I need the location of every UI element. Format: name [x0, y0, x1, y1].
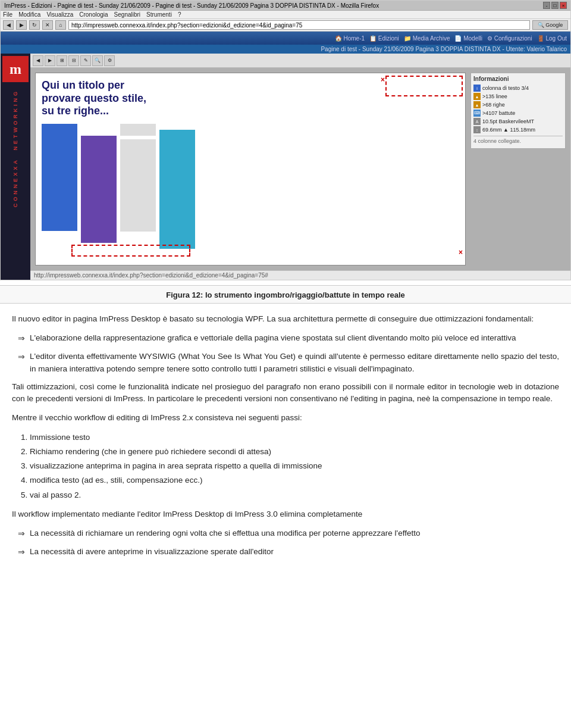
column-2	[81, 136, 117, 243]
bullet-item-2: ⇒ L'editor diventa effettivamente WYSIWI…	[12, 351, 559, 375]
columns-container	[42, 124, 459, 249]
article-para3-text: Il workflow implementato mediante l'edit…	[12, 510, 362, 518]
workflow-list: Immissione testo Richiamo rendering (che…	[30, 432, 559, 501]
info-font-text: 10.5pt BaskervileeMT	[482, 118, 534, 124]
column-3-group	[120, 124, 156, 249]
list-item-5: vai al passo 2.	[30, 489, 559, 501]
bullet-item-3: ⇒ La necessità di richiamare un renderin…	[12, 527, 559, 540]
search-button[interactable]: 🔍 Google	[532, 20, 568, 30]
logo-letter: m	[10, 61, 21, 77]
url-bar[interactable]	[68, 20, 530, 30]
home-button[interactable]: ⌂	[55, 20, 66, 30]
close-button[interactable]: ×	[560, 2, 567, 9]
list-item-1: Immissione testo	[30, 432, 559, 443]
arrow-4: ⇒	[18, 546, 25, 558]
bullet-item-1: ⇒ L'elaborazione della rappresentazione …	[12, 332, 559, 345]
article-body: Il nuovo editor in pagina ImPress Deskto…	[0, 304, 571, 576]
stop-button[interactable]: ✕	[42, 20, 53, 30]
bullet-4-text: La necessità di avere anteprime in visua…	[30, 546, 559, 558]
toolbar-btn-3[interactable]: ⊞	[57, 55, 67, 66]
content-area: Qui un titolo per provare questo stile, …	[30, 68, 570, 270]
bullet-3-text: La necessità di richiamare un rendering …	[30, 527, 559, 539]
selection-box-top	[385, 76, 463, 96]
menu-strumenti[interactable]: Strumenti	[146, 11, 172, 18]
status-bar: http://impressweb.connexxa.it/index.php?…	[30, 270, 570, 280]
toolbar-btn-2[interactable]: ▶	[45, 55, 55, 66]
logo-box: m	[2, 56, 29, 82]
browser-controls[interactable]: - □ ×	[543, 2, 567, 9]
info-row-righe: ▲ >68 righe	[473, 101, 563, 108]
back-button[interactable]: ◀	[3, 20, 14, 30]
marker-1: ×	[381, 76, 385, 84]
reload-button[interactable]: ↻	[29, 20, 40, 30]
toolbar-btn-7[interactable]: ⚙	[104, 55, 115, 66]
maximize-button[interactable]: □	[551, 2, 559, 9]
site-link-media[interactable]: 📁 Media Archive	[404, 35, 450, 42]
info-col-text: colonna di testo 3/4	[482, 85, 529, 91]
preview-title: Qui un titolo per provare questo stile, …	[42, 79, 161, 118]
site-link-logout[interactable]: 🚪 Log Out	[537, 35, 567, 42]
info-icon-linee: ▲	[473, 93, 481, 100]
browser-window: ImPress - Edizioni - Pagine di test - Su…	[0, 0, 571, 280]
menu-modifica[interactable]: Modifica	[18, 11, 40, 18]
site-header: 🏠 Home-1 📋 Edizioni 📁 Media Archive 📄 Mo…	[1, 32, 570, 45]
menu-file[interactable]: File	[3, 11, 12, 18]
article-para2: Mentre il vecchio workflow di editing di…	[12, 412, 559, 424]
browser-menubar: File Modifica Visualizza Cronologia Segn…	[1, 11, 570, 19]
bullet-item-4: ⇒ La necessità di avere anteprime in vis…	[12, 546, 559, 558]
menu-help[interactable]: ?	[178, 11, 181, 18]
column-1	[42, 124, 77, 231]
info-row-linee: ▲ >135 linee	[473, 93, 563, 100]
toolbar-btn-6[interactable]: 🔍	[92, 55, 103, 66]
info-icon-size: ↕	[473, 126, 481, 133]
toolbar-btn-1[interactable]: ◀	[33, 55, 43, 66]
col-gray	[120, 139, 156, 232]
status-url: http://impressweb.connexxa.it/index.php?…	[34, 272, 268, 279]
page-banner: Pagine di test - Sunday 21/06/2009 Pagin…	[1, 45, 570, 54]
browser-title-text: ImPress - Edizioni - Pagine di test - Su…	[4, 2, 379, 9]
info-row-size: ↕ 69.6mm ▲ 115.18mm	[473, 126, 563, 133]
menu-visualizza[interactable]: Visualizza	[46, 11, 73, 18]
info-row-battute: ⌨ >4107 battute	[473, 110, 563, 117]
info-icon-col: i	[473, 85, 481, 92]
article-para3: Il workflow implementato mediante l'edit…	[12, 508, 559, 520]
browser-title-bar: ImPress - Edizioni - Pagine di test - Su…	[1, 1, 570, 11]
figure-caption-text: Figura 12: lo strumento ingombro/rigaggi…	[166, 290, 405, 299]
site-link-home[interactable]: 🏠 Home-1	[335, 35, 365, 42]
info-row-font: A 10.5pt BaskervileeMT	[473, 118, 563, 125]
menu-cronologia[interactable]: Cronologia	[79, 11, 108, 18]
info-panel-title: Informazioni	[473, 76, 563, 82]
toolbar-btn-5[interactable]: ✎	[80, 55, 91, 66]
info-linee-text: >135 linee	[482, 93, 507, 99]
article-para1: Tali ottimizzazioni, così come le funzio…	[12, 381, 559, 405]
info-size-text: 69.6mm ▲ 115.18mm	[482, 127, 535, 133]
info-divider: 4 colonne collegate.	[473, 136, 563, 144]
left-sidebar: m CONNEXXA NETWORKING	[1, 54, 30, 280]
app-toolbar: ◀ ▶ ⊞ ⊟ ✎ 🔍 ⚙	[30, 54, 570, 68]
marker-2: ×	[459, 248, 463, 257]
page-preview: Qui un titolo per provare questo stile, …	[35, 73, 466, 265]
arrow-1: ⇒	[18, 332, 25, 345]
menu-segnalibri[interactable]: Segnalibri	[114, 11, 140, 18]
site-link-config[interactable]: ⚙ Configurazioni	[487, 35, 532, 42]
column-4	[159, 130, 195, 249]
article-intro: Il nuovo editor in pagina ImPress Deskto…	[12, 313, 559, 325]
site-link-edizioni[interactable]: 📋 Edizioni	[369, 35, 399, 42]
info-icon-battute: ⌨	[473, 110, 481, 117]
info-footer-text: 4 colonne collegate.	[473, 138, 521, 144]
figure-caption: Figura 12: lo strumento ingombro/rigaggi…	[0, 285, 571, 304]
arrow-3: ⇒	[18, 527, 25, 540]
selection-box-bottom	[71, 245, 190, 257]
info-col-label: i colonna di testo 3/4	[473, 85, 563, 92]
toolbar-btn-4[interactable]: ⊟	[68, 55, 79, 66]
bullet-2-text: L'editor diventa effettivamente WYSIWIG …	[30, 351, 559, 375]
site-link-modelli[interactable]: 📄 Modelli	[454, 35, 482, 42]
bullet-1-text: L'elaborazione della rappresentazione gr…	[30, 332, 559, 344]
minimize-button[interactable]: -	[543, 2, 550, 9]
info-icon-font: A	[473, 118, 481, 125]
info-panel: Informazioni i colonna di testo 3/4 ▲ >1…	[470, 73, 566, 149]
info-righe-text: >68 righe	[482, 102, 505, 108]
info-battute-text: >4107 battute	[482, 110, 515, 116]
forward-button[interactable]: ▶	[16, 20, 27, 30]
info-icon-righe: ▲	[473, 101, 481, 108]
